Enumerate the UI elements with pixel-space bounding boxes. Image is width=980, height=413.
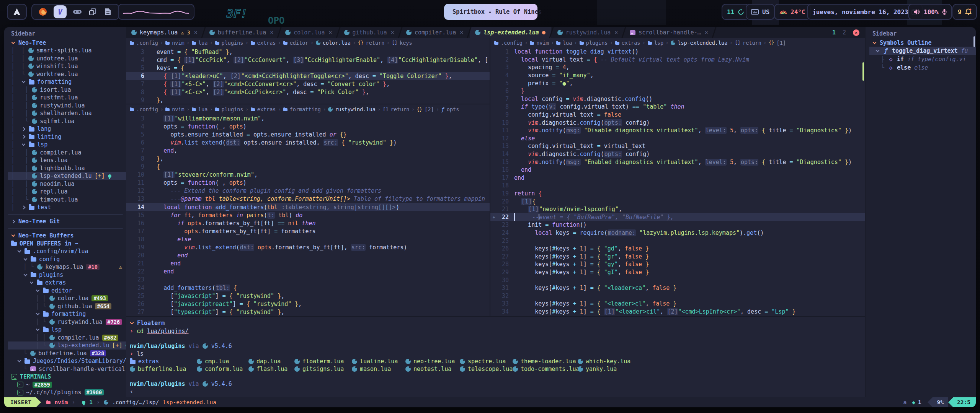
- spotify-widget[interactable]: Spiritbox - Rule Of Nines: [444, 4, 537, 20]
- tab-close-icon[interactable]: ×: [194, 29, 198, 36]
- tree-item[interactable]: │ └ keymaps.lua#10⚠: [8, 263, 126, 271]
- clock-widget[interactable]: jueves, noviembre 16, 2023: [807, 4, 923, 20]
- notifications-widget[interactable]: 9: [952, 4, 977, 20]
- code-line[interactable]: 6 { [1]"<leader>uC", [2]"<cmd>CccHighlig…: [126, 72, 490, 80]
- tree-item[interactable]: │ │ lens.lua: [8, 156, 126, 164]
- code-line[interactable]: 24 local keys = require(modname: "lazyvi…: [490, 229, 865, 237]
- tree-item[interactable]: │ │ undotree.lua: [8, 55, 126, 63]
- code-line[interactable]: 31 keys[#keys + 1] = { "<leader>ca", fal…: [490, 284, 865, 292]
- editor-pane-color-lua[interactable]: .config›nvim›lua›plugins›extras›editor›c…: [126, 38, 490, 104]
- code-line[interactable]: 30: [490, 276, 865, 284]
- code-line[interactable]: 28 keys[#keys + 1] = { "gy", false }: [490, 260, 865, 268]
- code-line[interactable]: 29 keys[#keys + 1] = { "gI", false }: [490, 268, 865, 276]
- code-line[interactable]: 27 keys[#keys + 1] = { "gr", false }: [490, 252, 865, 260]
- weather-widget[interactable]: 24°C: [774, 4, 811, 20]
- neotree-git-section-header[interactable]: Neo-Tree Git: [8, 218, 126, 226]
- tree-item[interactable]: │ │ shellharden.lua: [8, 109, 126, 117]
- code-line[interactable]: 5 keys = {: [126, 64, 490, 72]
- floaterm-header[interactable]: Floaterm: [130, 319, 865, 327]
- code-line[interactable]: 17 opts.formatters_by_ft[ft] = formatter…: [126, 227, 490, 235]
- tree-item[interactable]: │ │ lightbulb.lua: [8, 164, 126, 172]
- tree-item[interactable]: │ │ winshift.lua: [8, 62, 126, 70]
- editor-pane-rustywind-lua[interactable]: .config›nvim›lua›plugins›extras›formatti…: [126, 104, 490, 316]
- code-line[interactable]: 9 {: [126, 163, 490, 171]
- code-line[interactable]: 7 end,: [126, 146, 490, 154]
- code-line[interactable]: 10 vim.diagnostic.config(opts: config): [490, 119, 865, 127]
- tree-item[interactable]: └ scrollbar-handle-vertical.p: [8, 365, 126, 373]
- tab-close-icon[interactable]: ×: [329, 29, 332, 36]
- tree-item[interactable]: │ └ sqlfmt.lua: [8, 117, 126, 125]
- code-line[interactable]: 20 [1]{: [490, 197, 865, 205]
- code-line[interactable]: 7 local config = vim.diagnostic.config(): [490, 95, 865, 103]
- tab-github-lua[interactable]: github.lua×: [339, 27, 400, 38]
- tab-close-icon[interactable]: ×: [270, 29, 273, 36]
- code-line[interactable]: 24 add_formatters(tbl: {: [126, 284, 490, 292]
- tree-item[interactable]: plugins: [8, 271, 126, 279]
- code-line[interactable]: 6 }: [490, 87, 865, 95]
- editor-pane-lsp-extended-lua[interactable]: .config›nvim›lua›plugins›extras›lsp›lsp-…: [490, 38, 865, 316]
- firefox-icon[interactable]: [38, 7, 47, 16]
- code-line[interactable]: 2 local virtual_text = { -- Default virt…: [490, 56, 865, 64]
- code-line[interactable]: 21 end: [126, 260, 490, 268]
- code-line[interactable]: 3 spacing = 4,: [490, 63, 865, 72]
- code-line[interactable]: 6 vim.list_extend(dst: opts.ensure_insta…: [126, 138, 490, 146]
- tab-close-icon[interactable]: ×: [460, 29, 463, 36]
- outline-item[interactable]: ├ ◇ifif type(config.vi: [869, 55, 976, 63]
- document-icon[interactable]: [103, 7, 113, 16]
- code-line[interactable]: 27 ["typescript"] = { "rustywind" },: [126, 308, 490, 316]
- tree-item[interactable]: │ └ rustywind.lua#726: [8, 318, 126, 326]
- code-line[interactable]: 22 end: [126, 268, 490, 276]
- tree-item[interactable]: OPEN BUFFERS in ~: [8, 240, 126, 248]
- scrollbar[interactable]: [862, 62, 864, 81]
- code-line[interactable]: 3 event = { "BufRead" },: [126, 48, 490, 56]
- tree-item[interactable]: │ │ isort.lua: [8, 86, 126, 94]
- code-line[interactable]: 4 cmd = { [1]"CccPick", [2]"CccConvert",…: [126, 56, 490, 64]
- code-line[interactable]: 11 vim.notify(msg: "Disable diagnostics …: [490, 127, 865, 135]
- tree-item[interactable]: │ formatting: [8, 78, 126, 86]
- keyboard-layout-widget[interactable]: US: [746, 4, 775, 20]
- tab-close-icon[interactable]: ×: [705, 29, 708, 36]
- code-line[interactable]: 14 local function add_formatters(tbl :ta…: [126, 203, 490, 211]
- code-line[interactable]: 23 init = function(): [490, 221, 865, 229]
- tree-item[interactable]: editor: [8, 287, 126, 295]
- tab-compiler-lua[interactable]: compiler.lua×: [401, 27, 469, 38]
- tree-item[interactable]: │ │ smart-splits.lua: [8, 47, 126, 55]
- tree-item[interactable]: config: [8, 255, 126, 263]
- code-line[interactable]: 8 if type(v: config.virtual_text) == "ta…: [490, 103, 865, 111]
- tree-item[interactable]: formatting: [8, 310, 126, 318]
- code-line[interactable]: 8 },: [126, 154, 490, 163]
- code-line[interactable]: 33 keys[#keys + 1] = { "<leader>cl", fal…: [490, 300, 865, 308]
- code-line[interactable]: 13 config.virtual_text = virtual_text: [490, 142, 865, 150]
- tree-item[interactable]: │ test: [8, 203, 126, 211]
- tree-item[interactable]: │ └ timeout.lua: [8, 196, 126, 204]
- tree-item[interactable]: │ │ repl.lua: [8, 188, 126, 196]
- code-line[interactable]: 16 end: [490, 166, 865, 174]
- tab-close-icon[interactable]: ×: [391, 29, 394, 36]
- tree-item[interactable]: │ │ lsp-extended.lu[+]: [8, 172, 126, 180]
- neotree-buffers-section-header[interactable]: Neo-Tree Buffers: [8, 232, 126, 240]
- tabpage-2[interactable]: 2: [843, 29, 846, 36]
- code-line[interactable]: 7 { [1]"<S-C>", [2]"<cmd>CccConvert<cr>"…: [126, 80, 490, 88]
- windows-overlap-icon[interactable]: [88, 7, 97, 16]
- gamepad-icon[interactable]: [73, 7, 82, 16]
- scrollbar[interactable]: [973, 36, 975, 47]
- tree-item[interactable]: │ │ neodim.lua: [8, 180, 126, 188]
- code-line[interactable]: 25: [490, 237, 865, 245]
- code-line[interactable]: 12 --- Extend the conform plugin config …: [126, 187, 490, 195]
- tab-rustywind-lua[interactable]: rustywind.lua×: [552, 27, 623, 38]
- symbols-outline-header[interactable]: Symbols Outline: [869, 39, 976, 47]
- tab-keymaps-lua[interactable]: keymaps.lua⚠ 3×: [126, 27, 203, 38]
- code-line[interactable]: 21 [1]"neovim/nvim-lspconfig",: [490, 205, 865, 213]
- code-line[interactable]: 17end: [490, 174, 865, 182]
- code-line[interactable]: 8 { [1]"<C-c>", [2]"<cmd>CccPick<cr>", d…: [126, 88, 490, 96]
- tree-item[interactable]: │ │ compiler.lua#682: [8, 334, 126, 342]
- code-line[interactable]: 19return {: [490, 190, 865, 198]
- tree-item[interactable]: >_~#2859: [8, 381, 126, 389]
- code-line[interactable]: 9 },: [126, 96, 490, 104]
- outline-item[interactable]: └ ◇elseelse: [869, 63, 976, 72]
- code-line[interactable]: 5 opts.ensure_installed = opts.ensure_in…: [126, 130, 490, 138]
- tree-item[interactable]: │ lang: [8, 125, 126, 133]
- code-line[interactable]: 10 [1]"stevearc/conform.nvim",: [126, 171, 490, 179]
- tree-item[interactable]: │ └ github.lua#654: [8, 302, 126, 311]
- floaterm-panel[interactable]: Floaterm › cd lua/plugins/nvim/lua/plugi…: [126, 316, 865, 397]
